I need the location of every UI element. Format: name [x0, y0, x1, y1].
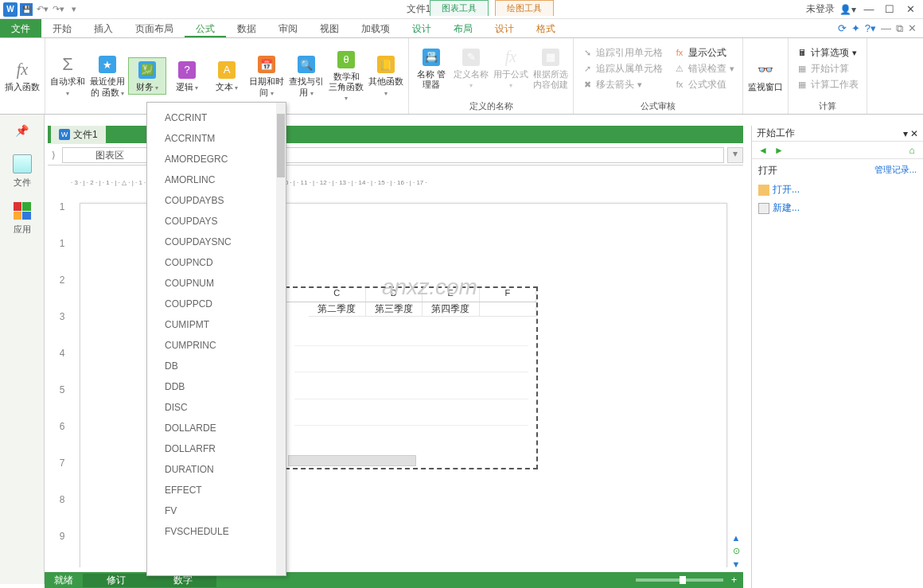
tab-start[interactable]: 开始 — [41, 19, 83, 37]
tp-open-link[interactable]: 打开... — [758, 181, 917, 199]
tab-ctx-design[interactable]: 设计 — [401, 19, 442, 37]
tp-manage-link[interactable]: 管理记录... — [874, 164, 917, 177]
group-label-audit: 公式审核 — [574, 99, 742, 114]
dropdown-item[interactable]: COUPDAYBS — [147, 190, 276, 211]
tab-page-layout[interactable]: 页面布局 — [124, 19, 185, 37]
status-ready: 就绪 — [45, 574, 83, 587]
pin-icon[interactable]: 📌 — [0, 124, 44, 137]
status-revise[interactable]: 修订 — [83, 574, 150, 587]
chart-h-scrollbar[interactable] — [288, 455, 520, 466]
sidebar-item-file[interactable]: 文件 — [0, 153, 44, 189]
dropdown-item[interactable]: AMORDEGRC — [147, 149, 276, 169]
dropdown-item[interactable]: DOLLARFR — [147, 438, 276, 459]
dropdown-scrollbar[interactable] — [276, 103, 286, 575]
scroll-up-icon[interactable]: ▲ — [732, 533, 741, 543]
logic-button[interactable]: ?逻辑 — [168, 58, 206, 94]
zoom-slider[interactable] — [636, 578, 723, 582]
sync-icon[interactable]: ⟳ — [838, 22, 847, 34]
evaluate-formula-button: fx公式求值 — [672, 77, 736, 92]
tp-home-icon[interactable]: ⌂ — [905, 144, 918, 157]
sidebar-item-apps[interactable]: 应用 — [0, 200, 44, 236]
tp-back-icon[interactable]: ◄ — [757, 144, 769, 157]
math-button[interactable]: θ数学和 三角函数 — [327, 48, 365, 105]
text-button[interactable]: A文本 — [208, 58, 246, 94]
name-box[interactable]: 图表区 — [62, 147, 158, 163]
tab-review[interactable]: 审阅 — [267, 19, 309, 37]
dropdown-item[interactable]: DURATION — [147, 459, 276, 480]
maximize-button[interactable]: ☐ — [882, 3, 898, 15]
dropdown-item[interactable]: DB — [147, 356, 276, 376]
dropdown-item[interactable]: COUPPCD — [147, 294, 276, 314]
user-icon[interactable]: 👤▾ — [839, 4, 856, 15]
group-label-calc: 计算 — [789, 99, 867, 114]
vertical-ruler: 1123456789 — [56, 195, 68, 567]
tab-view[interactable]: 视图 — [309, 19, 350, 37]
tab-addin[interactable]: 加载项 — [350, 19, 401, 37]
tab-insert[interactable]: 插入 — [83, 19, 124, 37]
calc-now-button: ▦开始计算 — [795, 61, 860, 76]
tp-section-title: 打开 — [758, 164, 777, 177]
dropdown-item[interactable]: DOLLARDE — [147, 418, 276, 438]
tab-ctx-design2[interactable]: 设计 — [484, 19, 525, 37]
close-button[interactable]: ✕ — [902, 3, 918, 15]
tp-new-link[interactable]: 新建... — [758, 199, 917, 217]
define-name-button: ✎定义名称 — [452, 45, 490, 92]
dropdown-item[interactable]: ACCRINTM — [147, 128, 276, 149]
dropdown-item[interactable]: DDB — [147, 376, 276, 397]
scroll-marker-icon[interactable]: ⊙ — [733, 546, 740, 556]
task-pane-close-icon[interactable]: ✕ — [910, 128, 918, 139]
dropdown-item[interactable]: COUPNCD — [147, 252, 276, 273]
autosum-button[interactable]: Σ自动求和 — [49, 53, 87, 99]
redo-icon[interactable]: ↷▾ — [51, 2, 65, 17]
min-ribbon-icon[interactable]: — — [881, 22, 891, 34]
dropdown-item[interactable]: COUPDAYSNC — [147, 232, 276, 252]
tab-file[interactable]: 文件 — [0, 19, 41, 37]
dropdown-item[interactable]: EFFECT — [147, 480, 276, 500]
document-tab[interactable]: W文件1 — [51, 126, 106, 144]
show-formulas-button[interactable]: fx显示公式 — [672, 45, 736, 60]
recent-fn-button[interactable]: ★最近使用的 函数 — [88, 53, 127, 99]
dropdown-item[interactable]: FV — [147, 500, 276, 521]
dropdown-item[interactable]: ACCRINT — [147, 107, 276, 128]
use-in-formula-button: fx用于公式 — [492, 45, 530, 92]
task-pane-dropdown-icon[interactable]: ▾ — [903, 128, 908, 139]
tp-forward-icon[interactable]: ► — [773, 144, 785, 157]
name-manager-button[interactable]: 📇名称 管理器 — [412, 45, 450, 92]
lookup-button[interactable]: 🔍查找与引用 — [287, 53, 325, 99]
help-icon[interactable]: ?▾ — [865, 22, 876, 34]
watch-window-button[interactable]: 👓监视窗口 — [746, 58, 785, 94]
close-doc-icon[interactable]: ✕ — [908, 22, 917, 34]
dropdown-item[interactable]: COUPNUM — [147, 273, 276, 294]
save-icon[interactable]: 💾 — [19, 2, 33, 17]
insert-function-button[interactable]: fx插入函数 — [3, 58, 41, 94]
finance-button[interactable]: 💹财务 — [128, 57, 166, 95]
dropdown-item[interactable]: FVSCHEDULE — [147, 521, 276, 542]
trace-precedents-button: ➘追踪引用单元格 — [580, 45, 664, 60]
calc-options-button[interactable]: 🖩计算选项 ▾ — [795, 45, 860, 60]
calc-sheet-button: ▦计算工作表 — [795, 77, 860, 92]
tab-formula[interactable]: 公式 — [185, 19, 226, 37]
scroll-down-icon[interactable]: ▼ — [732, 559, 741, 569]
qat-more-icon[interactable]: ▾ — [67, 2, 81, 17]
tab-data[interactable]: 数据 — [226, 19, 267, 37]
formula-expand-icon[interactable]: ▾ — [727, 147, 743, 163]
group-label-names: 定义的名称 — [409, 99, 573, 114]
restore-ribbon-icon[interactable]: ⧉ — [896, 22, 903, 35]
datetime-button[interactable]: 📅日期和时间 — [247, 53, 286, 99]
dropdown-item[interactable]: CUMIPMT — [147, 314, 276, 335]
minimize-button[interactable]: — — [861, 3, 877, 15]
trace-dependents-button: ➚追踪从属单元格 — [580, 61, 664, 76]
dropdown-item[interactable]: COUPDAYS — [147, 211, 276, 232]
undo-icon[interactable]: ↶▾ — [35, 2, 49, 17]
login-status[interactable]: 未登录 — [806, 2, 835, 16]
tab-ctx-format[interactable]: 格式 — [525, 19, 567, 37]
embedded-chart[interactable]: CDEF 第二季度第三季度第四季度 — [285, 286, 538, 469]
tab-ctx-layout[interactable]: 布局 — [442, 19, 484, 37]
pane-toggle-icon[interactable]: ⟩ — [48, 150, 59, 161]
other-fn-button[interactable]: 📒其他函数 — [367, 53, 405, 99]
dropdown-item[interactable]: AMORLINC — [147, 169, 276, 190]
toolbox-icon[interactable]: ✦ — [851, 22, 860, 34]
dropdown-item[interactable]: DISC — [147, 397, 276, 418]
dropdown-item[interactable]: CUMPRINC — [147, 335, 276, 356]
zoom-in-icon[interactable]: + — [731, 574, 743, 586]
